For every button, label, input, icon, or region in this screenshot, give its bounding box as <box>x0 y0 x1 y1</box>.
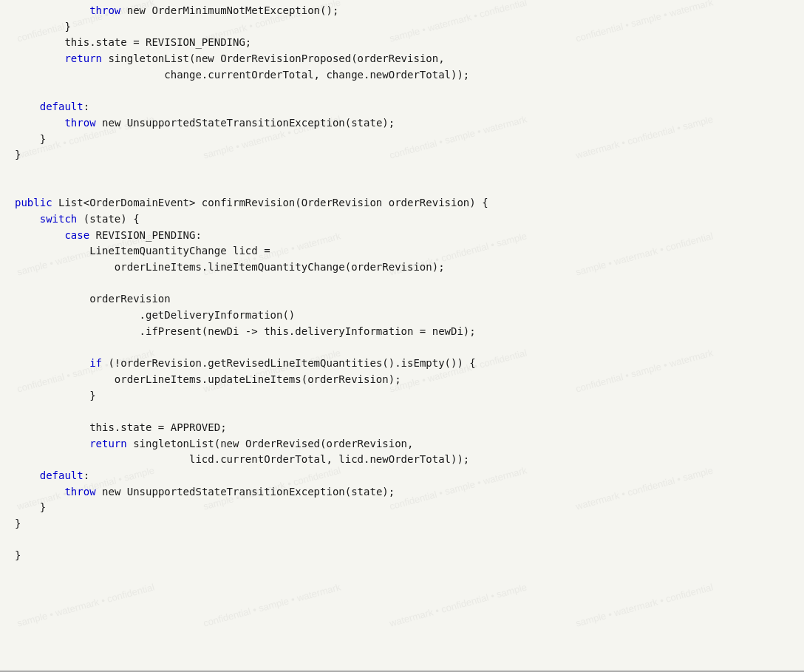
code-line: } <box>15 501 46 513</box>
code-line: throw new UnsupportedStateTransitionExce… <box>15 486 395 498</box>
code-line: orderLineItems.updateLineItems(orderRevi… <box>15 373 401 385</box>
code-line: case REVISION_PENDING: <box>15 229 202 241</box>
code-line: throw new UnsupportedStateTransitionExce… <box>15 117 395 129</box>
code-line: LineItemQuantityChange licd = <box>15 245 270 257</box>
code-line: default: <box>15 469 89 481</box>
code-container: confidential • sample • watermark waterm… <box>0 0 804 672</box>
watermark-item: sample • watermark • confidential <box>16 581 155 628</box>
code-line: this.state = REVISION_PENDING; <box>15 36 251 48</box>
watermark-item: watermark • confidential • sample <box>388 581 528 628</box>
watermark-item: confidential • sample • watermark <box>202 581 341 628</box>
code-line: } <box>15 517 21 529</box>
code-line: .getDeliveryInformation() <box>15 309 295 321</box>
code-line: throw new OrderMinimumNotMetException(); <box>15 4 338 16</box>
watermark-item: sample • watermark • confidential <box>574 581 714 628</box>
code-line: if (!orderRevision.getRevisedLineItemQua… <box>15 357 476 369</box>
code-line: } <box>15 549 21 561</box>
code-line: switch (state) { <box>15 213 140 225</box>
code-line: this.state = APPROVED; <box>15 421 227 433</box>
code-line: } <box>15 149 21 160</box>
code-line: return singletonList(new OrderRevisionPr… <box>15 52 445 64</box>
code-line: change.currentOrderTotal, change.newOrde… <box>15 69 469 81</box>
code-line: orderLineItems.lineItemQuantityChange(or… <box>15 261 445 273</box>
code-line: orderRevision <box>15 293 171 305</box>
code-line: public List<OrderDomainEvent> confirmRev… <box>15 197 488 208</box>
code-line: } <box>15 390 96 401</box>
code-line: } <box>15 21 71 33</box>
code-line: } <box>15 133 46 145</box>
code-line: default: <box>15 101 89 112</box>
code-line: licd.currentOrderTotal, licd.newOrderTot… <box>15 453 469 465</box>
code-line: .ifPresent(newDi -> this.deliveryInforma… <box>15 325 476 337</box>
code-line: return singletonList(new OrderRevised(or… <box>15 438 413 449</box>
code-block: throw new OrderMinimumNotMetException();… <box>0 3 804 564</box>
